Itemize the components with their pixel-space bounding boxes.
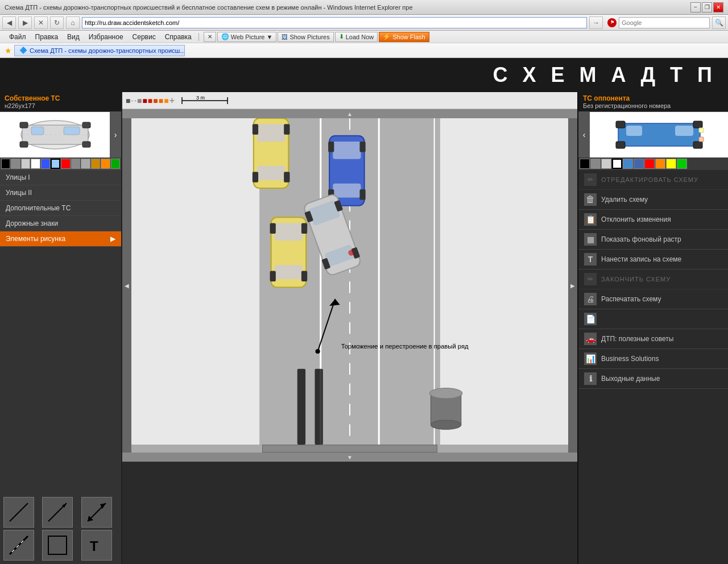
right-menu: ✏ ОТРЕДАКТИРОВАТЬ СХЕМУ 🗑 Удалить схему … (578, 170, 728, 564)
svg-rect-78 (699, 137, 704, 142)
close-button[interactable]: ✕ (713, 2, 723, 13)
tool-arrow-diagonal[interactable] (42, 497, 73, 528)
right-color-red[interactable] (644, 159, 655, 169)
menu-edit[interactable]: Правка (31, 32, 63, 42)
svg-line-9 (10, 503, 28, 521)
back-button[interactable]: ◀ (2, 16, 16, 29)
web-picture-button[interactable]: 🌐 Web Picture ▼ (217, 32, 277, 42)
left-sidebar: Собственное ТС н226ух177 (0, 92, 122, 564)
go-button[interactable]: → (589, 16, 603, 29)
menu-item-streets2[interactable]: Улицы II (0, 185, 121, 201)
right-color-yellow[interactable] (666, 159, 676, 169)
search-input[interactable] (619, 17, 710, 28)
drawing-canvas[interactable]: Торможение и перестроение в правый ряд (131, 118, 568, 445)
menu-item-vehicles[interactable]: Дополнительные ТС (0, 201, 121, 216)
right-color-gray[interactable] (590, 159, 601, 169)
show-raster-button[interactable]: ▦ Показать фоновый растр (578, 230, 728, 250)
tab-icon: 🔷 (19, 47, 27, 54)
svg-text:3 m: 3 m (196, 95, 205, 101)
reject-changes-button[interactable]: 📋 Отклонить изменения (578, 210, 728, 230)
svg-rect-72 (626, 126, 642, 136)
own-vehicle-next-button[interactable]: › (110, 112, 121, 157)
scale-dots: ■ - - ■ ■ ■ ■ ■ ■ + (126, 96, 175, 106)
reject-icon: 📋 (584, 213, 597, 226)
show-pictures-button[interactable]: 🖼 Show Pictures (278, 32, 333, 42)
color-black[interactable] (1, 159, 10, 169)
ruler-svg: 3 m (179, 94, 230, 107)
svg-rect-49 (301, 223, 307, 234)
empty-button[interactable]: 📄 (578, 309, 728, 329)
color-gray[interactable] (11, 159, 20, 169)
canvas-toolbar: ■ - - ■ ■ ■ ■ ■ ■ + (122, 92, 577, 109)
color-lightblue-selected[interactable] (51, 159, 60, 169)
address-bar[interactable] (82, 17, 587, 28)
color-bar1[interactable] (81, 159, 90, 169)
color-orange[interactable] (91, 159, 100, 169)
menu-help[interactable]: Справка (160, 32, 196, 42)
menu-item-drawing[interactable]: Элементы рисунка ▶ (0, 231, 121, 247)
restore-button[interactable]: ❐ (702, 2, 712, 13)
right-color-lightgray[interactable] (601, 159, 611, 169)
svg-rect-71 (675, 126, 693, 136)
color-orange2[interactable] (101, 159, 110, 169)
show-flash-button[interactable]: ⚡ Show Flash (379, 32, 429, 42)
close-tab-button[interactable]: ✕ (204, 32, 216, 42)
stop-button[interactable]: ✕ (34, 16, 48, 29)
menu-view[interactable]: Вид (63, 32, 84, 42)
favorites-tab[interactable]: 🔷 Схема ДТП - схемы дорожно-транспортных… (14, 45, 185, 56)
canvas-scroll-up[interactable]: ▲ (122, 109, 577, 118)
output-data-button[interactable]: ℹ Выходные данные (578, 369, 728, 389)
color-darkgray2[interactable] (71, 159, 80, 169)
right-color-white-selected[interactable] (612, 159, 622, 169)
business-solutions-button[interactable]: 📊 Business Solutions (578, 349, 728, 369)
right-color-orange[interactable] (655, 159, 665, 169)
add-text-button[interactable]: T Нанести запись на схеме (578, 250, 728, 269)
canvas-scroll-down[interactable]: ▼ (122, 453, 577, 462)
opponent-plate: Без регистрационного номера (583, 102, 723, 109)
opponent-vehicle-prev-button[interactable]: ‹ (578, 112, 590, 157)
svg-rect-74 (693, 121, 702, 128)
home-button[interactable]: ⌂ (66, 16, 80, 29)
refresh-button[interactable]: ↻ (50, 16, 64, 29)
right-color-blue[interactable] (623, 159, 633, 169)
own-vehicle-display: › (0, 112, 121, 157)
delete-scheme-button[interactable]: 🗑 Удалить схему (578, 190, 728, 210)
svg-rect-33 (257, 166, 285, 180)
ruler-indicator: 3 m (179, 94, 230, 107)
tool-arrow-corner[interactable] (81, 497, 112, 528)
business-icon: 📊 (584, 353, 597, 365)
right-color-black[interactable] (580, 159, 590, 169)
color-white[interactable] (31, 159, 40, 169)
left-color-palette (0, 157, 121, 170)
print-icon: 🖨 (584, 293, 597, 305)
tool-rect[interactable] (42, 530, 73, 561)
load-now-button[interactable]: ⬇ Load Now (335, 32, 378, 42)
color-lightgray[interactable] (21, 159, 30, 169)
canvas-scroll-left[interactable]: ◀ (122, 118, 131, 453)
menu-favorites[interactable]: Избранное (84, 32, 128, 42)
info-icon: ℹ (584, 372, 597, 385)
svg-rect-76 (693, 142, 702, 148)
tool-line-diagonal[interactable] (3, 497, 34, 528)
color-blue[interactable] (41, 159, 50, 169)
right-color-darkblue[interactable] (634, 159, 644, 169)
color-red[interactable] (61, 159, 70, 169)
color-green[interactable] (111, 159, 120, 169)
menu-service[interactable]: Сервис (128, 32, 160, 42)
minimize-button[interactable]: − (690, 2, 701, 13)
menu-file[interactable]: Файл (5, 32, 31, 42)
menu-item-streets1[interactable]: Улицы I (0, 170, 121, 185)
opponent-label: ТС оппонента (583, 94, 723, 102)
print-scheme-button[interactable]: 🖨 Распечатать схему (578, 289, 728, 309)
svg-rect-6 (20, 142, 28, 147)
right-color-green[interactable] (677, 159, 687, 169)
search-go-button[interactable]: 🔍 (712, 16, 726, 29)
forward-button[interactable]: ▶ (18, 16, 32, 29)
canvas-scroll-right[interactable]: ▶ (568, 118, 577, 453)
hscroll-thumb[interactable] (262, 445, 437, 453)
dtp-tips-button[interactable]: 🚗 ДТП: полезные советы (578, 329, 728, 349)
tool-text[interactable]: T (81, 530, 112, 561)
canvas-hscroll[interactable] (131, 445, 568, 453)
tool-hatched-line[interactable] (3, 530, 34, 561)
menu-item-signs[interactable]: Дорожные знаки (0, 216, 121, 231)
